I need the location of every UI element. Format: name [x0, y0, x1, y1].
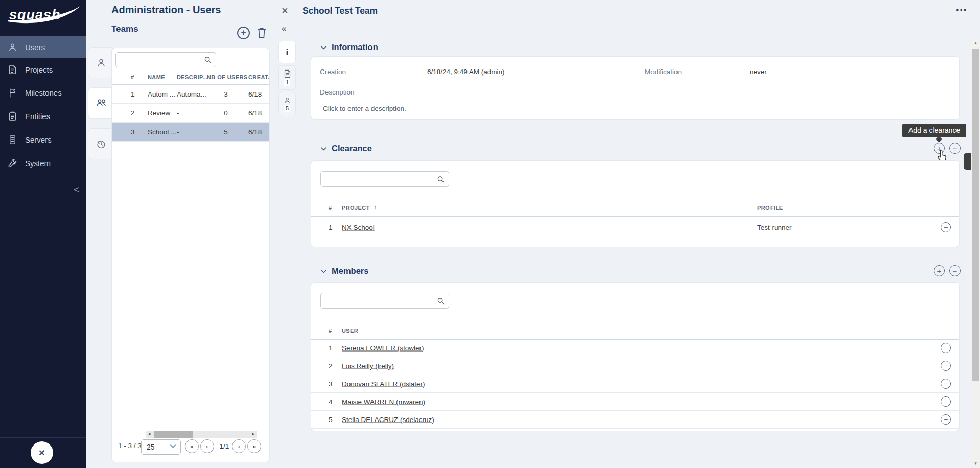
attachments-count-badge: 1	[284, 79, 290, 86]
pagination-last-button[interactable]: »	[247, 439, 261, 453]
minus-icon: −	[944, 397, 948, 406]
cell-created: 6/18	[248, 90, 262, 98]
column-header-description[interactable]: DESCRIP...	[177, 74, 208, 80]
cell-nb-users: 3	[207, 90, 245, 98]
add-member-button[interactable]: +	[934, 265, 945, 276]
sidebar-item-milestones[interactable]: Milestones	[0, 81, 86, 104]
sidebar-item-users[interactable]: Users	[0, 36, 86, 58]
section-title-information: Information	[332, 42, 378, 52]
scrollbar-thumb[interactable]	[154, 431, 193, 438]
remove-row-button[interactable]: −	[941, 414, 951, 425]
column-header-created[interactable]: CREAT...	[248, 74, 270, 80]
plus-icon: +	[241, 28, 246, 38]
vertical-scrollbar[interactable]: ▲ ▼	[971, 39, 980, 468]
members-search	[320, 293, 449, 309]
pagination-first-button[interactable]: «	[185, 439, 199, 453]
column-header-profile[interactable]: PROFILE	[757, 205, 783, 211]
more-menu-button[interactable]: ⋯	[955, 3, 967, 16]
remove-row-button[interactable]: −	[941, 222, 951, 232]
search-icon	[437, 175, 445, 183]
remove-row-button[interactable]: −	[941, 343, 951, 353]
remove-clearance-button[interactable]: −	[949, 143, 961, 154]
user-link[interactable]: Maisie WARREN (mwaren)	[342, 398, 425, 406]
tab-users-list[interactable]	[88, 47, 114, 78]
table-row-team-1[interactable]: 1 Autom ... Automa... 3 6/18	[112, 85, 270, 104]
scroll-up-icon[interactable]: ▲	[971, 41, 980, 45]
scrollbar-thumb[interactable]	[972, 49, 979, 381]
last-page-icon: »	[252, 442, 256, 450]
sidebar-collapse-icon[interactable]: <	[74, 184, 79, 195]
teams-table-header: # NAME DESCRIP... NB OF USERS CREAT...	[112, 72, 270, 84]
cell-profile[interactable]: Test runner	[757, 223, 792, 231]
column-header-nb-users[interactable]: NB OF USERS	[207, 74, 248, 80]
clipboard-icon	[8, 111, 17, 121]
add-clearance-button[interactable]: +	[934, 143, 945, 154]
minus-icon: −	[944, 362, 948, 370]
plus-icon: +	[937, 144, 942, 153]
user-link[interactable]: Donovan SLATER (dslater)	[342, 380, 425, 388]
collapse-section-icon[interactable]	[321, 270, 326, 273]
members-search-input[interactable]	[320, 293, 449, 309]
column-header-user[interactable]: USER	[342, 327, 358, 334]
scroll-left-icon[interactable]: ◄	[147, 432, 151, 436]
scroll-down-icon[interactable]: ▼	[971, 461, 980, 466]
delete-team-button[interactable]	[256, 27, 267, 39]
tab-attachments[interactable]: 1	[278, 65, 296, 90]
user-icon	[96, 58, 106, 68]
collapse-section-icon[interactable]	[321, 147, 326, 151]
add-team-button[interactable]: +	[237, 27, 250, 39]
column-header-name[interactable]: NAME	[148, 74, 165, 80]
column-header-project[interactable]: PROJECT	[342, 205, 370, 211]
sidebar-item-entities[interactable]: Entities	[0, 105, 86, 127]
description-placeholder[interactable]: Click to enter a description.	[323, 105, 406, 112]
user-icon	[8, 42, 17, 52]
scroll-right-icon[interactable]: ►	[251, 432, 255, 436]
squash-logo[interactable]: squash	[5, 3, 82, 28]
remove-row-button[interactable]: −	[941, 361, 951, 371]
user-link[interactable]: Serena FOWLER (sfowler)	[342, 344, 424, 352]
table-row-member-3: 3 Donovan SLATER (dslater) −	[311, 375, 959, 393]
cell-num: 2	[131, 109, 135, 117]
table-row-team-2[interactable]: 2 Review - 0 6/18	[112, 104, 270, 123]
members-count-badge: 5	[284, 105, 290, 112]
clearance-search-input[interactable]	[320, 171, 449, 187]
tab-team-members[interactable]: 5	[278, 92, 296, 116]
modification-label: Modification	[645, 68, 682, 76]
tab-history-list[interactable]	[88, 128, 114, 159]
user-link[interactable]: Stella DELACRUZ (sdelacruz)	[342, 416, 434, 424]
project-link[interactable]: NX School	[342, 223, 375, 231]
section-title-members: Members	[332, 266, 368, 276]
teams-search-input[interactable]	[115, 52, 216, 67]
collapse-panel-icon[interactable]: «	[282, 24, 286, 34]
information-card: Creation 6/18/24, 9:49 AM (admin) Modifi…	[311, 56, 960, 120]
pagination-prev-button[interactable]: ‹	[200, 439, 214, 453]
page-size-select[interactable]: 25	[141, 439, 181, 455]
sidebar-item-projects[interactable]: Projects	[0, 58, 86, 81]
minus-icon: −	[953, 144, 958, 153]
sort-ascending-icon[interactable]: ↑	[374, 204, 377, 211]
history-icon	[96, 139, 106, 149]
collapse-section-icon[interactable]	[321, 46, 326, 50]
pagination-next-button[interactable]: ›	[232, 439, 246, 453]
minus-icon: −	[944, 223, 948, 231]
user-link[interactable]: Lois Reilly (lrelly)	[342, 362, 394, 370]
cell-num: 4	[329, 398, 333, 406]
tab-information[interactable]: i	[278, 41, 296, 63]
sidebar-divider	[0, 31, 86, 31]
column-header-num: #	[131, 74, 134, 80]
remove-row-button[interactable]: −	[941, 379, 951, 389]
table-row-team-3-selected[interactable]: 3 School ... - 5 6/18	[112, 123, 270, 142]
horizontal-scrollbar[interactable]: ◄ ►	[146, 431, 257, 438]
close-help-button[interactable]: ×	[31, 441, 53, 464]
sidebar-item-label: Projects	[25, 65, 53, 74]
edge-notch	[964, 153, 972, 170]
sidebar-item-system[interactable]: System	[0, 152, 86, 174]
tab-teams-list[interactable]	[88, 87, 114, 119]
close-detail-button[interactable]: ×	[282, 4, 288, 17]
flag-icon	[8, 88, 17, 98]
remove-member-button[interactable]: −	[949, 265, 961, 276]
close-icon: ×	[39, 447, 45, 459]
sidebar-item-servers[interactable]: Servers	[0, 128, 86, 151]
remove-row-button[interactable]: −	[941, 396, 951, 407]
cell-num: 1	[131, 90, 135, 98]
